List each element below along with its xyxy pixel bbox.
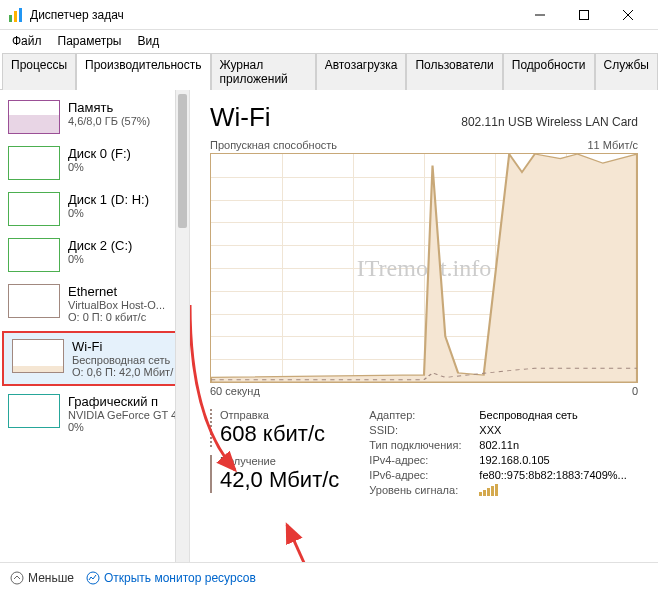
sidebar-item-disk2[interactable]: Диск 2 (C:)0% [0,232,189,278]
graph-svg [211,154,637,382]
send-value: 608 кбит/с [220,421,339,447]
ethernet-thumb-icon [8,284,60,318]
send-label: Отправка [220,409,339,421]
graph-time-label: 60 секунд [210,385,260,397]
sidebar-label: Память [68,100,181,115]
sidebar-scrollbar[interactable] [175,90,189,570]
title-bar: Диспетчер задач [0,0,658,30]
menu-bar: Файл Параметры Вид [0,30,658,52]
graph-max-label: 11 Мбит/с [588,139,639,151]
chevron-up-circle-icon [10,571,24,585]
svg-rect-4 [580,10,589,19]
sidebar-item-gpu[interactable]: Графический пNVIDIA GeForce GT 40% [0,388,189,439]
gpu-thumb-icon [8,394,60,428]
menu-file[interactable]: Файл [4,32,50,50]
footer-bar: Меньше Открыть монитор ресурсов [0,562,658,592]
signal-bars-icon [479,484,498,496]
tab-app-history[interactable]: Журнал приложений [211,53,316,90]
menu-view[interactable]: Вид [129,32,167,50]
throughput-graph[interactable]: 7,7 Мбит/с ITremont.info [210,153,638,383]
recv-value: 42,0 Мбит/с [220,467,339,493]
memory-thumb-icon [8,100,60,134]
recv-label: Получение [220,455,339,467]
monitor-icon [86,571,100,585]
window-title: Диспетчер задач [30,8,518,22]
minimize-button[interactable] [518,0,562,30]
wifi-thumb-icon [12,339,64,373]
sidebar-item-ethernet[interactable]: EthernetVirtualBox Host-O...О: 0 П: 0 кб… [0,278,189,329]
recv-area [211,154,637,382]
fewer-details-button[interactable]: Меньше [10,571,74,585]
sidebar-item-wifi[interactable]: Wi-FiБеспроводная сетьО: 0,6 П: 42,0 Мби… [2,331,187,386]
main-panel: Wi-Fi 802.11n USB Wireless LAN Card Проп… [190,90,658,570]
svg-point-7 [11,572,23,584]
disk-thumb-icon [8,146,60,180]
tab-strip: Процессы Производительность Журнал прило… [0,52,658,90]
app-icon [8,7,24,23]
page-title: Wi-Fi [210,102,271,133]
sidebar-item-disk1[interactable]: Диск 1 (D: H:)0% [0,186,189,232]
maximize-button[interactable] [562,0,606,30]
svg-rect-0 [9,15,12,22]
svg-rect-1 [14,11,17,22]
connection-details: Адаптер:Беспроводная сеть SSID:XXX Тип п… [369,409,626,501]
disk-thumb-icon [8,238,60,272]
close-button[interactable] [606,0,650,30]
tab-startup[interactable]: Автозагрузка [316,53,407,90]
svg-rect-2 [19,8,22,22]
graph-label: Пропускная способность [210,139,337,151]
disk-thumb-icon [8,192,60,226]
open-resource-monitor-link[interactable]: Открыть монитор ресурсов [86,571,256,585]
tab-processes[interactable]: Процессы [2,53,76,90]
tab-details[interactable]: Подробности [503,53,595,90]
performance-sidebar[interactable]: Память4,6/8,0 ГБ (57%) Диск 0 (F:)0% Дис… [0,90,190,570]
tab-performance[interactable]: Производительность [76,53,210,90]
menu-options[interactable]: Параметры [50,32,130,50]
graph-zero-label: 0 [632,385,638,397]
adapter-name: 802.11n USB Wireless LAN Card [461,115,638,129]
sidebar-item-memory[interactable]: Память4,6/8,0 ГБ (57%) [0,94,189,140]
sidebar-item-disk0[interactable]: Диск 0 (F:)0% [0,140,189,186]
svg-point-8 [87,572,99,584]
metrics: Отправка 608 кбит/с Получение 42,0 Мбит/… [210,409,339,501]
tab-services[interactable]: Службы [595,53,658,90]
tab-users[interactable]: Пользователи [406,53,502,90]
